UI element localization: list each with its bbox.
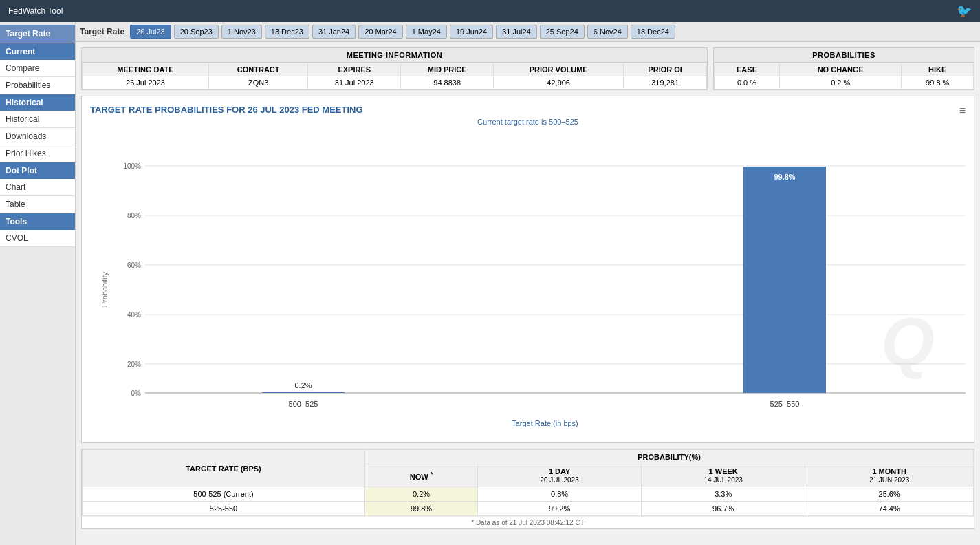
cell-ease: 0.0 % (715, 76, 780, 89)
cell-contract: ZQN3 (209, 76, 308, 89)
svg-text:80%: 80% (127, 212, 141, 220)
target-rate-label: Target Rate (80, 27, 124, 36)
bar-500-525 (262, 392, 345, 393)
sidebar-item-historical[interactable]: Historical (0, 111, 75, 128)
meeting-info-header: MEETING INFORMATION (82, 48, 707, 63)
cell-1week-525-550: 96.7% (642, 502, 805, 516)
tab-19jun24[interactable]: 19 Jun24 (450, 25, 493, 39)
svg-text:60%: 60% (127, 261, 141, 269)
sidebar-target-rate-button[interactable]: Target Rate (0, 25, 75, 43)
probabilities-header: PROBABILITIES (714, 48, 974, 63)
col-expires: EXPIRES (308, 63, 401, 76)
meeting-info-box: MEETING INFORMATION MEETING DATE CONTRAC… (81, 47, 708, 90)
tab-20sep23[interactable]: 20 Sep23 (174, 25, 219, 39)
sidebar-item-cvol[interactable]: CVOL (0, 230, 75, 247)
chart-plot-area: 100% 80% 60% 40% 20% 0% 0.2% 500–525 (124, 159, 966, 420)
sidebar-item-chart[interactable]: Chart (0, 179, 75, 196)
cell-mid-price: 94.8838 (401, 76, 494, 89)
chart-menu-icon[interactable]: ≡ (959, 105, 966, 117)
tab-1nov23[interactable]: 1 Nov23 (221, 25, 262, 39)
cell-1day-500-525: 0.8% (478, 487, 642, 502)
cell-hike: 99.8 % (902, 76, 974, 89)
col-prior-oi: PRIOR OI (624, 63, 707, 76)
sidebar-item-probabilities[interactable]: Probabilities (0, 77, 75, 94)
tab-13dec23[interactable]: 13 Dec23 (265, 25, 309, 39)
svg-text:40%: 40% (127, 311, 141, 319)
cell-1month-525-550: 74.4% (805, 502, 974, 516)
tab-6nov24[interactable]: 6 Nov24 (587, 25, 628, 39)
col-meeting-date: MEETING DATE (83, 63, 209, 76)
tab-18dec24[interactable]: 18 Dec24 (631, 25, 675, 39)
app-title: FedWatch Tool (8, 6, 63, 16)
tab-31jul24[interactable]: 31 Jul24 (496, 25, 537, 39)
col-mid-price: MID PRICE (401, 63, 494, 76)
chart-svg: 100% 80% 60% 40% 20% 0% 0.2% 500–525 (124, 159, 966, 420)
svg-text:100%: 100% (123, 162, 141, 170)
date-tabs-bar: Target Rate 26 Jul23 20 Sep23 1 Nov23 13… (76, 22, 980, 42)
svg-text:0.2%: 0.2% (294, 381, 312, 389)
cell-1week-500-525: 3.3% (642, 487, 805, 502)
cell-1month-500-525: 25.6% (805, 487, 974, 502)
tab-20mar24[interactable]: 20 Mar24 (358, 25, 402, 39)
cell-meeting-date: 26 Jul 2023 (83, 76, 209, 89)
prob-table: TARGET RATE (BPS) PROBABILITY(%) NOW * 1… (82, 449, 974, 516)
chart-area: Probability (90, 131, 966, 420)
svg-text:99.8%: 99.8% (774, 173, 795, 181)
sidebar-item-downloads[interactable]: Downloads (0, 128, 75, 145)
y-axis-label: Probability (100, 272, 109, 307)
cell-prior-oi: 319,281 (624, 76, 707, 89)
prob-row-525-550: 525-550 99.8% 99.2% 96.7% 74.4% (83, 502, 974, 516)
svg-text:Q: Q (881, 303, 935, 380)
sidebar-section-dot-plot: Dot Plot (0, 162, 75, 179)
cell-no-change: 0.2 % (780, 76, 902, 89)
svg-text:525–550: 525–550 (770, 400, 800, 408)
svg-text:500–525: 500–525 (289, 400, 318, 408)
cell-expires: 31 Jul 2023 (308, 76, 401, 89)
chart-title: TARGET RATE PROBABILITIES FOR 26 JUL 202… (90, 105, 966, 115)
cell-1day-525-550: 99.2% (478, 502, 642, 516)
sidebar-section-historical: Historical (0, 94, 75, 111)
cell-prior-volume: 42,906 (494, 76, 624, 89)
probabilities-row: 0.0 % 0.2 % 99.8 % (715, 76, 974, 89)
sidebar-item-prior-hikes[interactable]: Prior Hikes (0, 145, 75, 162)
main-content: Target Rate 26 Jul23 20 Sep23 1 Nov23 13… (76, 22, 980, 545)
twitter-icon: 🐦 (957, 3, 972, 19)
col-contract: CONTRACT (209, 63, 308, 76)
probability-pct-header: PROBABILITY(%) (364, 450, 973, 464)
x-axis-title: Target Rate (in bps) (124, 419, 966, 427)
cell-rate-500-525: 500-525 (Current) (83, 487, 365, 502)
tab-1may24[interactable]: 1 May24 (406, 25, 447, 39)
cell-now-525-550: 99.8% (364, 502, 477, 516)
sidebar-section-current: Current (0, 43, 75, 60)
col-1month: 1 MONTH21 JUN 2023 (805, 464, 974, 487)
sidebar-item-table[interactable]: Table (0, 196, 75, 213)
chart-section: TARGET RATE PROBABILITIES FOR 26 JUL 202… (81, 96, 974, 443)
col-ease: EASE (715, 63, 780, 76)
sidebar-section-tools: Tools (0, 213, 75, 230)
tab-31jan24[interactable]: 31 Jan24 (312, 25, 356, 39)
col-now: NOW * (364, 464, 477, 487)
sidebar: Target Rate Current Compare Probabilitie… (0, 22, 76, 545)
svg-text:0%: 0% (131, 389, 142, 397)
probabilities-box: PROBABILITIES EASE NO CHANGE HIKE 0.0 % (713, 47, 974, 90)
cell-now-500-525: 0.2% (364, 487, 477, 502)
bar-525-550 (743, 167, 826, 393)
prob-row-500-525: 500-525 (Current) 0.2% 0.8% 3.3% 25.6% (83, 487, 974, 502)
col-target-rate-bps: TARGET RATE (BPS) (83, 450, 365, 487)
prob-table-footnote: * Data as of 21 Jul 2023 08:42:12 CT (82, 516, 974, 528)
probabilities-table: EASE NO CHANGE HIKE 0.0 % 0.2 % 99.8 % (714, 63, 974, 89)
sidebar-item-compare[interactable]: Compare (0, 60, 75, 77)
tab-26jul23[interactable]: 26 Jul23 (130, 25, 171, 39)
col-1day: 1 DAY20 JUL 2023 (478, 464, 642, 487)
col-prior-volume: PRIOR VOLUME (494, 63, 624, 76)
chart-subtitle: Current target rate is 500–525 (90, 118, 966, 126)
svg-text:20%: 20% (127, 361, 141, 368)
prob-table-section: TARGET RATE (BPS) PROBABILITY(%) NOW * 1… (81, 449, 974, 529)
meeting-info-row: 26 Jul 2023 ZQN3 31 Jul 2023 94.8838 42,… (83, 76, 707, 89)
col-hike: HIKE (902, 63, 974, 76)
tab-25sep24[interactable]: 25 Sep24 (540, 25, 585, 39)
cell-rate-525-550: 525-550 (83, 502, 365, 516)
topbar: FedWatch Tool 🐦 (0, 0, 980, 22)
meeting-info-table: MEETING DATE CONTRACT EXPIRES MID PRICE … (82, 63, 707, 89)
col-1week: 1 WEEK14 JUL 2023 (642, 464, 805, 487)
